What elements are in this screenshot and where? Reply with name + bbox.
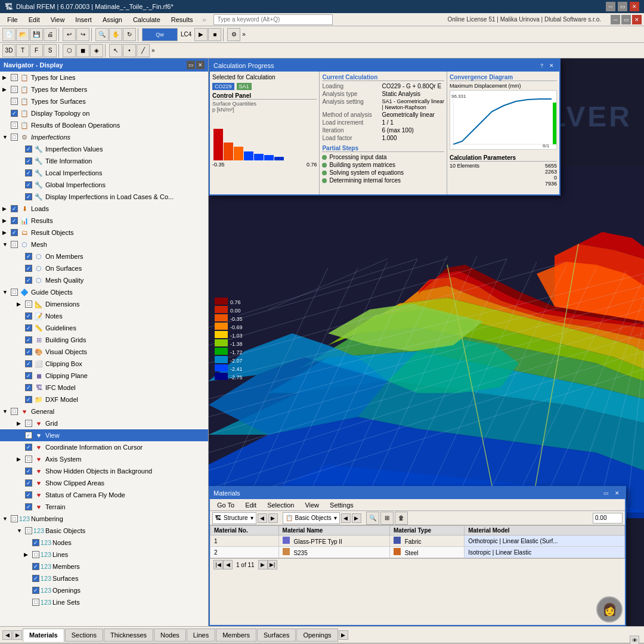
main-restore-btn[interactable]: ▭ <box>621 15 631 24</box>
checkbox-clipping-box[interactable]: ✓ <box>25 360 32 367</box>
nav-item-clipping-plane[interactable]: ✓ ◼ Clipping Plane <box>0 370 208 382</box>
expand-icon-members[interactable]: ▶ <box>2 86 10 92</box>
nav-item-types-lines[interactable]: ▶ □ 📋 Types for Lines <box>0 72 208 83</box>
checkbox-axis-system[interactable]: □ <box>25 456 32 463</box>
mat-delete-btn[interactable]: 🗑 <box>395 512 408 525</box>
checkbox-openings-num[interactable]: ✓ <box>32 587 39 594</box>
menu-item-calculate[interactable]: Calculate <box>128 15 165 24</box>
mat-value-input[interactable] <box>593 513 623 524</box>
checkbox-notes[interactable]: ✓ <box>25 312 32 320</box>
checkbox-topology[interactable]: ✓ <box>11 110 18 117</box>
nav-item-nodes[interactable]: ✓ 123 Nodes <box>0 537 208 549</box>
checkbox-line-sets[interactable]: □ <box>32 599 39 606</box>
nav-restore-btn[interactable]: ▭ <box>187 61 195 69</box>
nav-item-openings-num[interactable]: ✓ 123 Openings <box>0 584 208 596</box>
checkbox-show-clipped[interactable]: ✓ <box>25 479 32 487</box>
checkbox-disp-imperf[interactable]: ✓ <box>25 193 32 200</box>
tab-sections[interactable]: Sections <box>65 628 103 642</box>
mat-search-btn[interactable]: 🔍 <box>366 512 379 525</box>
menu-item-insert[interactable]: Insert <box>70 15 97 24</box>
checkbox-results[interactable]: ✓ <box>11 217 18 224</box>
tab-openings[interactable]: Openings <box>296 628 338 642</box>
more-tools[interactable]: » <box>242 31 246 38</box>
nav-close-btn[interactable]: ✕ <box>196 61 205 69</box>
checkbox-clipping-plane[interactable]: ✓ <box>25 372 32 379</box>
nav-item-dimensions[interactable]: ▶ □ 📐 Dimensions <box>0 298 208 310</box>
view-side-btn[interactable]: S <box>44 44 57 57</box>
open-btn[interactable]: 📂 <box>16 28 29 41</box>
nav-item-basic-objects[interactable]: ▼ □ 123 Basic Objects <box>0 525 208 537</box>
tab-nodes[interactable]: Nodes <box>154 628 186 642</box>
expand-basic-objects[interactable]: ▼ <box>17 528 24 534</box>
zoom-btn[interactable]: 🔍 <box>95 28 109 41</box>
nav-item-mesh-quality[interactable]: ✓ ⬡ Mesh Quality <box>0 274 208 286</box>
checkbox-dimensions[interactable]: □ <box>25 301 32 308</box>
mat-menu-selection[interactable]: Selection <box>262 500 299 510</box>
undo-btn[interactable]: ↩ <box>63 28 76 41</box>
tab-thicknesses[interactable]: Thicknesses <box>104 628 153 642</box>
settings-btn[interactable]: ⚙ <box>227 28 240 41</box>
checkbox-visual-objects[interactable]: ✓ <box>25 348 32 355</box>
render-btn[interactable]: ◈ <box>90 44 103 57</box>
nav-item-view[interactable]: ✓ ♥ View <box>0 429 208 441</box>
nav-item-types-members[interactable]: ▶ □ 📋 Types for Members <box>0 83 208 95</box>
nav-item-terrain[interactable]: ✓ ♥ Terrain <box>0 501 208 513</box>
tabs-more-btn[interactable]: ▶ <box>339 630 348 640</box>
menu-item-assign[interactable]: Assign <box>98 15 127 24</box>
checkbox-local-imperf[interactable]: ✓ <box>25 169 32 177</box>
pan-btn[interactable]: ✋ <box>109 28 122 41</box>
nav-item-types-surfaces[interactable]: □ 📋 Types for Surfaces <box>0 95 208 107</box>
nav-item-display-topology[interactable]: ✓ 📋 Display Topology on <box>0 107 208 119</box>
main-minimize-btn[interactable]: ─ <box>611 15 620 24</box>
checkbox-mesh[interactable]: □ <box>11 241 18 248</box>
nav-item-line-sets[interactable]: □ 123 Line Sets <box>0 596 208 608</box>
mat-first-btn[interactable]: |◀ <box>213 560 223 569</box>
mat-prev-btn[interactable]: ◀ <box>258 513 267 523</box>
mat-copy-btn[interactable]: ⊞ <box>380 512 394 525</box>
nav-item-result-objects[interactable]: ▶ ✓ 🗂 Result Objects <box>0 227 208 239</box>
nav-section-general[interactable]: ▼ □ ♥ General <box>0 405 208 417</box>
wire-btn[interactable]: ⬡ <box>63 44 76 57</box>
nav-section-imperfections[interactable]: ▼ □ ⚙ Imperfections <box>0 131 208 143</box>
save-btn[interactable]: 💾 <box>30 28 43 41</box>
nav-item-show-hidden[interactable]: ✓ ♥ Show Hidden Objects in Background <box>0 465 208 477</box>
select-btn[interactable]: ↖ <box>109 44 122 57</box>
nav-item-disp-imperf[interactable]: ✓ 🔧 Display Imperfections in Load Cases … <box>0 191 208 203</box>
expand-general[interactable]: ▼ <box>2 408 10 414</box>
mat-last-btn[interactable]: ▶| <box>268 560 277 569</box>
close-btn[interactable]: ✕ <box>630 2 639 11</box>
checkbox-basic-objects[interactable]: □ <box>25 527 32 534</box>
nav-item-results-boolean[interactable]: □ 📋 Results of Boolean Operations <box>0 119 208 131</box>
more-tools-2[interactable]: » <box>151 47 155 54</box>
checkbox-building-grids[interactable]: ✓ <box>25 336 32 343</box>
line-btn[interactable]: ╱ <box>137 44 150 57</box>
new-btn[interactable]: 📄 <box>2 28 16 41</box>
checkbox-lines[interactable]: □ <box>32 551 39 558</box>
expand-results[interactable]: ▶ <box>2 218 10 224</box>
mat-menu-view[interactable]: View <box>300 500 324 510</box>
checkbox-imperf-val[interactable]: ✓ <box>25 145 32 153</box>
menu-expand[interactable]: » <box>202 16 206 23</box>
checkbox-show-hidden[interactable]: ✓ <box>25 467 32 475</box>
nav-item-notes[interactable]: ✓ 📝 Notes <box>0 310 208 322</box>
nav-item-clipping-box[interactable]: ✓ ⬜ Clipping Box <box>0 358 208 370</box>
nav-item-surfaces-num[interactable]: ✓ 123 Surfaces <box>0 572 208 584</box>
viewport-3d[interactable]: RFEM SOLVER 0110100101100101011010010110… <box>209 58 644 626</box>
expand-loads[interactable]: ▶ <box>2 206 10 212</box>
mat-close-btn[interactable]: ✕ <box>613 490 621 496</box>
checkbox-general[interactable]: □ <box>11 408 18 415</box>
menu-item-results[interactable]: Results <box>166 15 198 24</box>
nav-item-local-imperf[interactable]: ✓ 🔧 Local Imperfections <box>0 167 208 179</box>
nav-item-grid[interactable]: ▶ □ ♥ Grid <box>0 417 208 429</box>
expand-dimensions[interactable]: ▶ <box>17 301 24 307</box>
menu-item-file[interactable]: File <box>2 15 23 24</box>
navigator-body[interactable]: ▶ □ 📋 Types for Lines ▶ □ 📋 Types for Me… <box>0 72 208 626</box>
view-front-btn[interactable]: F <box>30 44 43 57</box>
mat-np-btn[interactable]: ▶ <box>258 560 268 569</box>
mat-bo-prev-btn[interactable]: ◀ <box>341 513 351 523</box>
expand-grid[interactable]: ▶ <box>17 420 24 426</box>
checkbox-types-members[interactable]: □ <box>11 86 18 93</box>
nav-item-building-grids[interactable]: ✓ ⊞ Building Grids <box>0 334 208 346</box>
mat-next-btn[interactable]: ▶ <box>268 513 278 523</box>
nav-item-visual-objects[interactable]: ✓ 🎨 Visual Objects <box>0 346 208 358</box>
